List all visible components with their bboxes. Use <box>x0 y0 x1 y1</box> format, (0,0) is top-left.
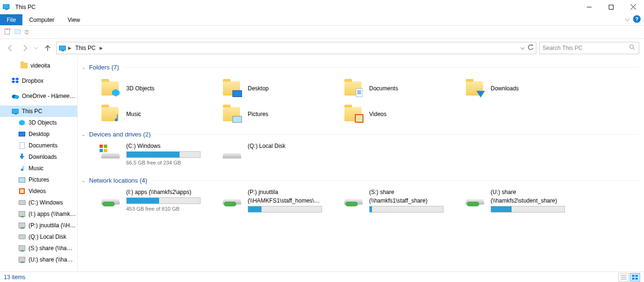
help-button[interactable]: ? <box>633 15 641 23</box>
sidebar-item-pictures[interactable]: Pictures <box>0 174 77 185</box>
details-view-button[interactable] <box>618 273 629 282</box>
search-placeholder: Search This PC <box>543 45 583 51</box>
onedrive-icon <box>11 92 19 100</box>
sidebar-item-p-drive[interactable]: (P:) jnuuttila (\\HAMKFS1\staff_homes) <box>0 220 77 231</box>
svg-rect-31 <box>632 278 634 280</box>
chevron-down-icon: ⌄ <box>81 178 85 183</box>
documents-icon <box>18 142 26 149</box>
folder-videos[interactable]: Videos <box>324 101 446 127</box>
sidebar-item-desktop[interactable]: Desktop <box>0 128 77 140</box>
pictures-icon <box>18 176 26 184</box>
sidebar-item-c-drive[interactable]: (C:) Windows <box>0 197 77 208</box>
ribbon-expand-icon[interactable] <box>625 14 630 26</box>
netdrive-i[interactable]: (I:) apps (\\hamkfs2\apps) 453 GB free o… <box>81 189 203 213</box>
status-bar: 13 items <box>0 272 644 282</box>
folder-desktop[interactable]: Desktop <box>203 76 324 101</box>
minimize-button[interactable] <box>578 0 600 14</box>
address-bar[interactable]: ▶ This PC ▶ <box>56 42 536 54</box>
properties-icon[interactable] <box>4 28 11 37</box>
up-button[interactable] <box>42 42 53 54</box>
svg-point-8 <box>630 45 634 49</box>
svg-marker-10 <box>11 78 15 80</box>
chevron-down-icon: ⌄ <box>81 132 85 137</box>
quick-access-toolbar <box>0 26 644 39</box>
svg-rect-25 <box>104 149 107 152</box>
navigation-tree[interactable]: videoita Dropbox OneDrive - Hämeen… This… <box>0 57 78 272</box>
this-pc-icon <box>59 44 66 52</box>
sidebar-item-3d-objects[interactable]: 3D Objects <box>0 117 77 128</box>
svg-rect-29 <box>632 275 634 277</box>
recent-dropdown-icon[interactable] <box>33 42 39 54</box>
svg-marker-12 <box>11 80 15 83</box>
svg-rect-22 <box>100 145 103 148</box>
refresh-button[interactable] <box>527 44 534 52</box>
folder-downloads[interactable]: Downloads <box>446 76 567 101</box>
videos-icon <box>18 187 26 195</box>
svg-rect-18 <box>21 154 23 156</box>
svg-rect-1 <box>609 5 614 9</box>
ribbon: File Computer View ? <box>0 14 644 26</box>
forward-button[interactable] <box>19 42 30 54</box>
this-pc-icon <box>3 4 12 10</box>
chevron-right-icon[interactable]: ▶ <box>68 46 71 50</box>
back-button[interactable] <box>5 42 16 54</box>
new-folder-icon[interactable] <box>14 28 22 37</box>
sidebar-item-u-drive[interactable]: (U:) share (\\hamkfs2\student_share) <box>0 254 77 265</box>
svg-marker-17 <box>20 156 24 159</box>
netdrive-u[interactable]: (U:) share (\\hamkfs2\student_share) <box>446 189 567 213</box>
desktop-icon <box>18 130 26 138</box>
svg-point-15 <box>14 95 19 99</box>
3d-objects-icon <box>18 119 26 126</box>
downloads-icon <box>18 153 26 161</box>
svg-rect-23 <box>104 145 107 148</box>
dropbox-icon <box>11 77 19 85</box>
content-pane[interactable]: ⌄ Folders (7) 3D Objects Desktop Documen… <box>78 57 644 272</box>
svg-rect-32 <box>635 278 638 280</box>
network-icon <box>11 271 19 272</box>
folder-pictures[interactable]: Pictures <box>203 101 324 127</box>
sidebar-item-onedrive[interactable]: OneDrive - Hämeen… <box>0 90 77 102</box>
sidebar-item-videos[interactable]: Videos <box>0 185 77 197</box>
sidebar-item-this-pc[interactable]: This PC <box>0 106 77 117</box>
sidebar-item-music[interactable]: Music <box>0 163 77 174</box>
navigation-bar: ▶ This PC ▶ Search This PC <box>0 39 644 57</box>
sidebar-item-i-drive[interactable]: (I:) apps (\\hamkfs2\apps) <box>0 208 77 220</box>
drive-c[interactable]: (C:) Windows 66,5 GB free of 234 GB <box>81 143 203 165</box>
chevron-right-icon[interactable]: ▶ <box>100 46 103 50</box>
sidebar-item-dropbox[interactable]: Dropbox <box>0 75 77 87</box>
sidebar-item-s-drive[interactable]: (S:) share (\\hamkfs1\staff_share) <box>0 243 77 254</box>
folder-3d-objects[interactable]: 3D Objects <box>81 76 203 101</box>
tiles-view-button[interactable] <box>630 273 640 282</box>
chevron-down-icon: ⌄ <box>81 65 85 70</box>
netdrive-p[interactable]: (P:) jnuuttila (\\HAMKFS1\staff_homes\… <box>203 189 324 213</box>
tab-computer[interactable]: Computer <box>22 14 61 25</box>
breadcrumb-this-pc[interactable]: This PC <box>73 45 98 51</box>
folder-music[interactable]: Music <box>81 101 203 127</box>
address-dropdown-icon[interactable] <box>521 45 524 51</box>
svg-rect-24 <box>100 149 103 152</box>
close-button[interactable] <box>622 0 644 14</box>
svg-rect-30 <box>635 275 638 277</box>
group-header-drives[interactable]: ⌄ Devices and drives (2) <box>81 131 638 138</box>
group-header-network[interactable]: ⌄ Network locations (4) <box>81 177 638 184</box>
tab-view[interactable]: View <box>61 14 87 25</box>
tab-file[interactable]: File <box>0 14 22 25</box>
sidebar-item-network[interactable]: Network <box>0 269 77 272</box>
music-icon <box>18 165 26 172</box>
drive-q[interactable]: (Q:) Local Disk <box>203 143 324 165</box>
sidebar-item-documents[interactable]: Documents <box>0 140 77 151</box>
group-header-folders[interactable]: ⌄ Folders (7) <box>81 64 638 71</box>
netdrive-s[interactable]: (S:) share (\\hamkfs1\staff_share) <box>324 189 446 213</box>
svg-line-9 <box>633 48 635 50</box>
sidebar-item-q-drive[interactable]: (Q:) Local Disk <box>0 231 77 243</box>
usage-bar <box>126 151 201 158</box>
sidebar-item-videoita[interactable]: videoita <box>0 60 77 71</box>
folder-documents[interactable]: Documents <box>324 76 446 101</box>
search-input[interactable]: Search This PC <box>539 42 639 54</box>
svg-rect-5 <box>15 29 20 34</box>
qat-dropdown-icon[interactable] <box>25 29 29 36</box>
sidebar-item-downloads[interactable]: Downloads <box>0 151 77 163</box>
window-title: This PC <box>15 4 578 10</box>
titlebar: This PC <box>0 0 644 14</box>
maximize-button[interactable] <box>600 0 622 14</box>
